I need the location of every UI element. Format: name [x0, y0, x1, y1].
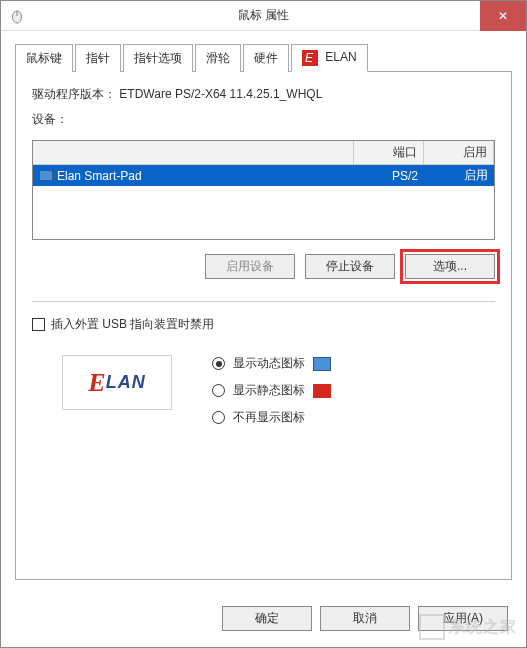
- radio-icon: [212, 411, 225, 424]
- enable-device-button: 启用设备: [205, 254, 295, 279]
- table-header: 端口 启用: [33, 141, 494, 165]
- radio-no-icon[interactable]: 不再显示图标: [212, 409, 331, 426]
- close-icon: ✕: [498, 9, 508, 23]
- radio-icon: [212, 357, 225, 370]
- dynamic-tray-icon: [313, 357, 331, 371]
- ok-button[interactable]: 确定: [222, 606, 312, 631]
- device-label: 设备：: [32, 111, 495, 128]
- cancel-button[interactable]: 取消: [320, 606, 410, 631]
- usb-disable-checkbox-row[interactable]: 插入外置 USB 指向装置时禁用: [32, 316, 495, 333]
- tab-wheel[interactable]: 滑轮: [195, 44, 241, 72]
- device-table: 端口 启用 Elan Smart-Pad PS/2 启用: [32, 140, 495, 240]
- device-button-row: 启用设备 停止设备 选项...: [32, 254, 495, 279]
- device-enable: 启用: [424, 167, 494, 184]
- dialog-button-row: 确定 取消 应用(A): [1, 594, 526, 647]
- usb-disable-label: 插入外置 USB 指向装置时禁用: [51, 316, 214, 333]
- window-title: 鼠标 属性: [238, 7, 289, 24]
- stop-device-button[interactable]: 停止设备: [305, 254, 395, 279]
- driver-version-row: 驱动程序版本： ETDWare PS/2-X64 11.4.25.1_WHQL: [32, 86, 495, 103]
- checkbox-icon: [32, 318, 45, 331]
- elan-tabpanel: 驱动程序版本： ETDWare PS/2-X64 11.4.25.1_WHQL …: [15, 72, 512, 580]
- radio-group: 显示动态图标 显示静态图标 不再显示图标: [212, 355, 331, 426]
- device-port: PS/2: [354, 169, 424, 183]
- tray-icon-options: ELAN 显示动态图标 显示静态图标 不再显示图标: [32, 355, 495, 426]
- content-area: 鼠标键 指针 指针选项 滑轮 硬件 E ELAN 驱动程序版本： ETDWare…: [1, 31, 526, 594]
- tab-hardware[interactable]: 硬件: [243, 44, 289, 72]
- tab-pointers[interactable]: 指针: [75, 44, 121, 72]
- close-button[interactable]: ✕: [480, 1, 526, 31]
- tab-mouse-buttons[interactable]: 鼠标键: [15, 44, 73, 72]
- elan-logo: ELAN: [62, 355, 172, 410]
- tab-pointer-options[interactable]: 指针选项: [123, 44, 193, 72]
- col-enable[interactable]: 启用: [424, 141, 494, 165]
- mouse-properties-dialog: 鼠标 属性 ✕ 鼠标键 指针 指针选项 滑轮 硬件 E ELAN 驱动程序版本：…: [0, 0, 527, 648]
- svg-text:E: E: [305, 51, 314, 65]
- titlebar: 鼠标 属性 ✕: [1, 1, 526, 31]
- radio-static-icon[interactable]: 显示静态图标: [212, 382, 331, 399]
- col-device[interactable]: [33, 141, 354, 165]
- radio-dynamic-icon[interactable]: 显示动态图标: [212, 355, 331, 372]
- device-name: Elan Smart-Pad: [57, 169, 142, 183]
- divider: [32, 301, 495, 302]
- driver-version-label: 驱动程序版本：: [32, 87, 116, 101]
- apply-button[interactable]: 应用(A): [418, 606, 508, 631]
- tab-elan[interactable]: E ELAN: [291, 44, 368, 72]
- driver-version-value: ETDWare PS/2-X64 11.4.25.1_WHQL: [119, 87, 322, 101]
- col-port[interactable]: 端口: [354, 141, 424, 165]
- mouse-icon: [9, 8, 25, 24]
- touchpad-icon: [39, 170, 53, 181]
- tab-strip: 鼠标键 指针 指针选项 滑轮 硬件 E ELAN: [15, 43, 512, 72]
- elan-icon: E: [302, 50, 318, 66]
- table-row[interactable]: Elan Smart-Pad PS/2 启用: [33, 165, 494, 186]
- static-tray-icon: [313, 384, 331, 398]
- radio-icon: [212, 384, 225, 397]
- options-button[interactable]: 选项...: [405, 254, 495, 279]
